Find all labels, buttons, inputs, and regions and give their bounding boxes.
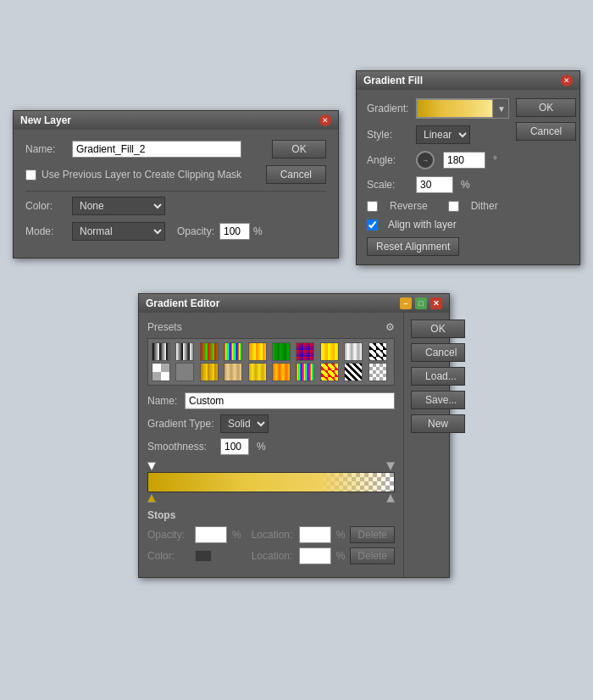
color-delete-button[interactable]: Delete <box>350 547 395 564</box>
preset-item-7[interactable] <box>320 342 339 361</box>
opacity-stop-input[interactable] <box>195 526 227 543</box>
gf-cancel-button[interactable]: Cancel <box>516 122 576 141</box>
type-select[interactable]: Solid <box>220 414 269 433</box>
align-row: Align with layer <box>367 219 509 231</box>
gradient-label: Gradient: <box>367 103 411 114</box>
gradient-fill-left: Gradient: ▼ Style: Linear Angle: → <box>367 98 509 256</box>
preset-item-13[interactable] <box>224 363 242 381</box>
color-location-input[interactable] <box>299 547 331 564</box>
gf-ok-button[interactable]: OK <box>516 98 576 117</box>
gradient-editor-right: OK Cancel Load... Save... New <box>404 313 472 577</box>
preset-item-9[interactable] <box>369 342 387 361</box>
minimize-icon[interactable]: – <box>400 297 412 309</box>
name-input[interactable] <box>185 392 395 409</box>
color-swatch[interactable] <box>195 550 212 562</box>
preset-item-3[interactable] <box>224 342 242 361</box>
new-layer-title: New Layer <box>20 114 71 126</box>
preset-item-17[interactable] <box>320 363 339 381</box>
bottom-stops-row <box>147 492 395 503</box>
clipping-mask-label: Use Previous Layer to Create Clipping Ma… <box>42 169 241 181</box>
name-input[interactable] <box>72 141 241 158</box>
color-stop-label: Color: <box>147 550 190 562</box>
titlebar-icons: – □ ✕ <box>400 297 442 309</box>
opacity-location-label: Location: <box>252 529 294 541</box>
reset-alignment-button[interactable]: Reset Alignment <box>367 237 459 256</box>
clipping-mask-checkbox[interactable] <box>25 169 36 181</box>
ok-button[interactable]: OK <box>272 140 326 158</box>
preset-item-12[interactable] <box>200 363 219 381</box>
preset-item-19[interactable] <box>369 363 387 381</box>
gradient-fill-close-button[interactable]: ✕ <box>561 75 573 86</box>
gradient-editor-title: Gradient Editor <box>146 297 219 309</box>
preset-item-8[interactable] <box>344 342 363 361</box>
opacity-delete-button[interactable]: Delete <box>350 526 395 543</box>
gradient-bar-container <box>147 462 395 503</box>
angle-row: Angle: → ° <box>367 151 509 169</box>
ge-save-button[interactable]: Save... <box>411 391 465 409</box>
gradient-bar[interactable] <box>147 472 395 492</box>
style-label: Style: <box>367 129 411 141</box>
preset-item-18[interactable] <box>344 363 363 381</box>
opacity-input[interactable] <box>219 223 250 240</box>
smoothness-label: Smoothness: <box>147 441 215 453</box>
ge-new-button[interactable]: New <box>411 414 465 433</box>
mode-select[interactable]: Normal <box>72 222 165 241</box>
gradient-fill-title: Gradient Fill <box>363 75 423 86</box>
restore-icon[interactable]: □ <box>415 297 427 309</box>
scale-label: Scale: <box>367 179 411 191</box>
dither-checkbox[interactable] <box>448 201 459 212</box>
stops-title: Stops <box>147 509 395 521</box>
preset-item-14[interactable] <box>248 363 267 381</box>
color-location-pct: % <box>336 550 346 562</box>
gradient-editor-left: Presets ⚙ Name: Gradient Type: Solid Smo… <box>139 313 404 577</box>
preset-item-1[interactable] <box>175 342 194 361</box>
opacity-location-input[interactable] <box>299 526 331 543</box>
preset-item-5[interactable] <box>272 342 291 361</box>
style-row: Style: Linear <box>367 125 509 144</box>
gear-icon[interactable]: ⚙ <box>385 321 395 333</box>
preset-item-10[interactable] <box>152 363 170 381</box>
top-stop-left-icon[interactable] <box>147 462 156 470</box>
gradient-fill-titlebar: Gradient Fill ✕ <box>357 71 579 90</box>
new-layer-dialog: New Layer ✕ Name: OK Use Previous Layer … <box>13 110 339 258</box>
preset-item-16[interactable] <box>296 363 314 381</box>
preset-item-0[interactable] <box>152 342 170 361</box>
preset-item-11[interactable] <box>175 363 194 381</box>
presets-section: Presets ⚙ <box>147 321 395 386</box>
type-label: Gradient Type: <box>147 418 215 430</box>
style-select[interactable]: Linear <box>416 125 470 144</box>
preset-item-4[interactable] <box>248 342 267 361</box>
gradient-preview-swatch[interactable]: ▼ <box>416 98 509 119</box>
gradient-row: Gradient: ▼ <box>367 98 509 119</box>
color-location-label: Location: <box>252 550 294 562</box>
preset-item-15[interactable] <box>272 363 291 381</box>
close-icon[interactable]: ✕ <box>430 297 442 309</box>
bottom-stop-right-icon[interactable] <box>386 494 395 503</box>
top-stop-right-icon[interactable] <box>386 462 395 470</box>
bottom-stop-left-icon[interactable] <box>147 494 156 503</box>
preset-item-2[interactable] <box>200 342 219 361</box>
name-row: Name: <box>147 392 395 409</box>
angle-circle-icon[interactable]: → <box>416 151 435 169</box>
scale-row: Scale: % <box>367 176 509 193</box>
ge-ok-button[interactable]: OK <box>411 319 465 338</box>
angle-label: Angle: <box>367 154 411 166</box>
ge-cancel-button[interactable]: Cancel <box>411 343 465 362</box>
ge-load-button[interactable]: Load... <box>411 367 465 386</box>
gradient-editor-dialog: Gradient Editor – □ ✕ Presets ⚙ Name: <box>138 293 450 578</box>
smoothness-input[interactable] <box>220 438 249 455</box>
mode-label: Mode: <box>25 225 72 237</box>
presets-grid[interactable] <box>147 338 395 386</box>
opacity-stop-row: Opacity: % Location: % Delete <box>147 526 395 543</box>
reverse-checkbox[interactable] <box>367 201 378 212</box>
color-select[interactable]: None <box>72 197 165 215</box>
opacity-label: Opacity: <box>177 225 214 237</box>
scale-input[interactable] <box>416 176 453 193</box>
align-checkbox[interactable] <box>367 219 378 231</box>
smoothness-row: Smoothness: % <box>147 438 395 455</box>
new-layer-close-button[interactable]: ✕ <box>319 114 331 126</box>
angle-input[interactable] <box>443 152 485 169</box>
cancel-button[interactable]: Cancel <box>266 165 326 184</box>
scale-unit: % <box>461 179 470 191</box>
preset-item-6[interactable] <box>296 342 314 361</box>
